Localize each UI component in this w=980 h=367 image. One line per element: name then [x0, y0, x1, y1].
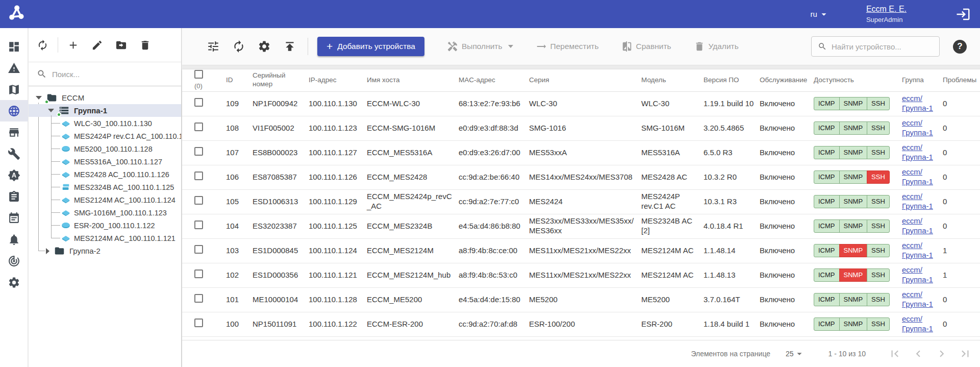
badge-icmp: ICMP: [814, 121, 840, 135]
column-header-2[interactable]: Серийный номер: [253, 69, 309, 91]
select-all-checkbox[interactable]: [194, 70, 203, 79]
move-button[interactable]: Переместить: [536, 41, 599, 52]
column-header-9[interactable]: Обслуживание: [760, 69, 814, 91]
column-header-8[interactable]: Версия ПО: [703, 69, 760, 91]
delete-button[interactable]: Удалить: [694, 41, 739, 52]
column-header-7[interactable]: Модель: [641, 69, 703, 91]
availability-badges: ICMPSNMPSSH: [814, 268, 890, 282]
column-header-4[interactable]: Имя хоста: [367, 69, 459, 91]
top-header: ru Eccm E. E. SuperAdmin: [0, 0, 980, 28]
device-icon: [61, 234, 70, 242]
row-checkbox[interactable]: [194, 172, 203, 180]
row-checkbox[interactable]: [194, 294, 203, 303]
cell-availability: ICMPSNMPSSH: [814, 91, 902, 116]
rail-monitoring-icon[interactable]: [0, 250, 28, 272]
tree-item-label: MES2124M AC_100.110.1.121: [74, 234, 175, 242]
rail-settings-icon[interactable]: [0, 272, 28, 293]
rail-notifications-icon[interactable]: [0, 229, 28, 250]
tree-item-device[interactable]: MES2124M AC_100.110.1.121: [29, 232, 181, 244]
rail-schedule-icon[interactable]: [0, 207, 28, 229]
compare-button[interactable]: Сравнить: [621, 41, 671, 52]
tree-item-device[interactable]: MES2428 AC_100.110.1.126: [29, 168, 181, 181]
group-link[interactable]: eccm/Группа-1: [902, 314, 938, 334]
column-header-12[interactable]: Проблемы: [943, 69, 980, 91]
export-button[interactable]: [283, 40, 296, 53]
group-link[interactable]: eccm/Группа-1: [902, 167, 938, 187]
logout-button[interactable]: [956, 7, 971, 22]
prev-page-button[interactable]: [912, 347, 925, 360]
nav-rail: [0, 28, 28, 367]
row-checkbox[interactable]: [194, 196, 203, 205]
cell-hostname: ECCM_MES5316A: [367, 140, 459, 165]
row-checkbox[interactable]: [194, 221, 203, 229]
next-page-button[interactable]: [935, 347, 948, 360]
caret-right-icon[interactable]: [46, 248, 49, 254]
group-link[interactable]: eccm/Группа-1: [902, 241, 938, 260]
tree-search-input[interactable]: [52, 70, 173, 79]
row-checkbox[interactable]: [194, 270, 203, 278]
caret-down-icon[interactable]: [36, 96, 42, 100]
row-checkbox[interactable]: [194, 98, 203, 107]
execute-button[interactable]: Выполнить: [447, 41, 513, 52]
caret-down-icon[interactable]: [48, 109, 54, 112]
group-link[interactable]: eccm/Группа-1: [902, 118, 938, 138]
rail-tools-icon[interactable]: [0, 143, 28, 164]
column-header-6[interactable]: Серия: [529, 69, 641, 91]
cell-series: MES23xx/MES33xx/MES35xx/MES36xx: [529, 214, 641, 238]
rail-maps-icon[interactable]: [0, 79, 28, 100]
table-settings-button[interactable]: [258, 40, 271, 53]
tree-delete-group-button[interactable]: [139, 39, 151, 51]
tree-item-device[interactable]: MES2124M AC_100.110.1.124: [29, 193, 181, 206]
tree-edit-group-button[interactable]: [91, 39, 103, 51]
group-link[interactable]: eccm/Группа-1: [902, 265, 938, 285]
column-header-10[interactable]: Доступность: [814, 69, 902, 91]
availability-badges: ICMPSNMPSSH: [814, 195, 890, 208]
group-link[interactable]: eccm/Группа-1: [902, 192, 938, 211]
tree-add-group-button[interactable]: [67, 39, 79, 51]
status-dot: [57, 112, 61, 117]
rail-tasks-icon[interactable]: [0, 186, 28, 207]
group-link[interactable]: eccm/Группа-1: [902, 216, 938, 236]
rail-devices-icon[interactable]: [0, 100, 28, 121]
row-checkbox[interactable]: [194, 319, 203, 327]
tree-item-root[interactable]: ECCM: [29, 91, 181, 104]
group-link[interactable]: eccm/Группа-1: [902, 143, 938, 162]
row-checkbox[interactable]: [194, 123, 203, 131]
rail-inventory-icon[interactable]: [0, 121, 28, 143]
last-page-button[interactable]: [959, 347, 972, 360]
column-header-3[interactable]: IP-адрес: [309, 69, 367, 91]
filter-columns-button[interactable]: [207, 40, 220, 53]
tree-item-device[interactable]: MES2424P rev.C1 AC_100.110.1.129: [29, 130, 181, 142]
tree-item-device[interactable]: ESR-200_100.110.1.122: [29, 219, 181, 232]
tree-item-device[interactable]: WLC-30_100.110.1.130: [29, 117, 181, 130]
rail-auto-config-icon[interactable]: [0, 164, 28, 186]
group-link[interactable]: eccm/Группа-1: [902, 290, 938, 309]
rail-alerts-icon[interactable]: [0, 57, 28, 79]
device-search-input[interactable]: [832, 42, 933, 51]
tree-search: [29, 62, 181, 86]
language-select[interactable]: ru: [811, 9, 830, 20]
row-checkbox[interactable]: [194, 147, 203, 156]
tree-refresh-button[interactable]: [37, 39, 48, 51]
add-devices-button[interactable]: + Добавить устройства: [317, 37, 424, 56]
refresh-button[interactable]: [232, 40, 245, 53]
rail-dashboard-icon[interactable]: [0, 36, 28, 57]
column-header-11[interactable]: Группа: [902, 69, 943, 91]
cell-hostname: ECCM_MES2428: [367, 165, 459, 189]
column-header-5[interactable]: MAC-адрес: [459, 69, 529, 91]
per-page-select[interactable]: 25: [786, 348, 805, 359]
user-name-link[interactable]: Eccm E. E.: [866, 5, 907, 14]
tree-item-group2[interactable]: Группа-2: [29, 244, 181, 257]
tree-item-device[interactable]: MES2324B AC_100.110.1.125: [29, 181, 181, 193]
group-link[interactable]: eccm/Группа-1: [902, 94, 938, 113]
first-page-button[interactable]: [888, 347, 901, 360]
tree-item-device[interactable]: ME5200_100.110.1.128: [29, 142, 181, 155]
cell-availability: ICMPSNMPSSH: [814, 140, 902, 165]
help-button[interactable]: ?: [953, 40, 967, 54]
tree-item-device[interactable]: SMG-1016M_100.110.1.123: [29, 206, 181, 219]
row-checkbox[interactable]: [194, 245, 203, 254]
row-checkbox-cell: [182, 189, 226, 214]
tree-item-device[interactable]: MES5316A_100.110.1.127: [29, 155, 181, 168]
tree-move-group-button[interactable]: [115, 39, 127, 51]
column-header-1[interactable]: ID: [226, 69, 253, 91]
